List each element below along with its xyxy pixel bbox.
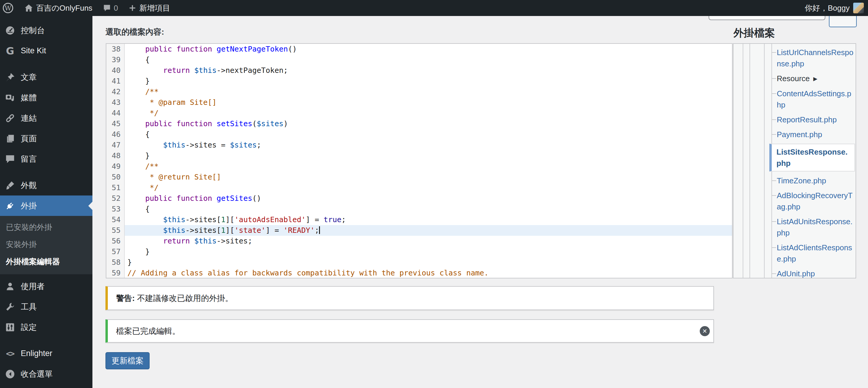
code-editor[interactable]: 3839404142434445464748495051525354555657… xyxy=(106,43,733,279)
file-item-listsitesresponse-php[interactable]: ListSitesResponse.php xyxy=(769,144,855,171)
file-item-resource[interactable]: Resource▶ xyxy=(734,73,856,85)
brush-icon xyxy=(4,180,16,191)
sidebar-item-label: 設定 xyxy=(21,322,37,333)
dashboard-icon xyxy=(4,25,16,36)
user-icon xyxy=(4,281,16,292)
sidebar-item-label: 留言 xyxy=(21,154,37,164)
code-line-44: */ xyxy=(125,108,732,119)
plugin-files-tree: ListUrlChannelsResponse.phpResource▶Cont… xyxy=(733,43,856,279)
file-item-label: Resource xyxy=(777,74,810,83)
dismiss-notice-icon[interactable]: ✕ xyxy=(700,326,710,336)
link-icon xyxy=(4,112,16,124)
sidebar-item-media[interactable]: 媒體 xyxy=(0,87,92,108)
pin-icon xyxy=(4,71,16,83)
sitekit-icon: G xyxy=(4,45,16,57)
file-item-timezone-php[interactable]: TimeZone.php xyxy=(734,175,856,186)
admin-bar: W 百吉のOnlyFuns 0 新增項目 xyxy=(0,0,868,16)
sidebar-item-comments[interactable]: 留言 xyxy=(0,149,92,169)
file-item-contentadssettings-php[interactable]: ContentAdsSettings.php xyxy=(734,88,856,110)
code-line-56: return $this->sites; xyxy=(125,236,732,247)
sidebar-item-posts[interactable]: 文章 xyxy=(0,67,92,87)
sidebar-item-pages[interactable]: 頁面 xyxy=(0,128,92,149)
file-content-label: 選取的檔案內容: xyxy=(105,27,164,37)
text-cursor xyxy=(319,226,320,234)
sidebar-item-label: Enlighter xyxy=(21,349,53,358)
sidebar-item-site-kit[interactable]: GSite Kit xyxy=(0,40,92,61)
file-item-adunit-php[interactable]: AdUnit.php xyxy=(734,268,856,279)
line-number: 41 xyxy=(106,76,124,87)
sidebar-item-users[interactable]: 使用者 xyxy=(0,276,92,296)
sidebar-item-plugins[interactable]: 外掛 xyxy=(0,195,92,216)
code-line-39: { xyxy=(125,55,732,65)
code-line-43: * @param Site[] xyxy=(125,97,732,108)
file-item-listurlchannelsresponse-php[interactable]: ListUrlChannelsResponse.php xyxy=(734,47,856,69)
file-item-label: ListUrlChannelsResponse.php xyxy=(777,48,854,68)
line-number: 45 xyxy=(106,119,124,129)
sidebar-item-tools[interactable]: 工具 xyxy=(0,296,92,317)
user-greeting[interactable]: 你好，Boggy xyxy=(805,3,849,13)
code-line-52: public function getSites() xyxy=(125,193,732,204)
warning-text: 不建議修改已啟用的外掛。 xyxy=(135,294,233,303)
file-item-adblockingrecoverytag-php[interactable]: AdBlockingRecoveryTag.php xyxy=(734,190,856,213)
submenu-item[interactable]: 外掛檔案編輯器 xyxy=(0,253,92,270)
file-item-payment-php[interactable]: Payment.php xyxy=(734,129,856,140)
site-name: 百吉のOnlyFuns xyxy=(36,3,92,13)
update-file-button[interactable]: 更新檔案 xyxy=(105,352,150,369)
line-number: 51 xyxy=(106,183,124,193)
new-item-menu[interactable]: 新增項目 xyxy=(123,0,175,16)
line-number: 38 xyxy=(106,44,124,55)
file-item-label: TimeZone.php xyxy=(777,176,826,185)
sidebar-item-label: 工具 xyxy=(21,301,37,312)
sidebar-item-settings[interactable]: 設定 xyxy=(0,317,92,337)
line-number: 53 xyxy=(106,204,124,215)
file-item-listadclientsresponse-php[interactable]: ListAdClientsResponse.php xyxy=(734,242,856,264)
line-number: 46 xyxy=(106,129,124,140)
wordpress-admin-page: W 百吉のOnlyFuns 0 新增項目 xyxy=(0,0,868,388)
submenu-item[interactable]: 安裝外掛 xyxy=(0,236,92,253)
code-line-38: public function getNextPageToken() xyxy=(125,44,732,55)
admin-menu: 控制台GSite Kit文章媒體連結頁面留言外觀外掛已安裝的外掛安裝外掛外掛檔案… xyxy=(0,16,92,384)
code-line-55: $this->sites[1]['state'] = 'READY'; xyxy=(125,225,732,236)
wrench-icon xyxy=(4,301,16,313)
comments-menu[interactable]: 0 xyxy=(98,0,123,16)
editor-code-area[interactable]: public function getNextPageToken() { ret… xyxy=(125,44,732,278)
code-line-54: $this->sites[1]['autoAdsEnabled'] = true… xyxy=(125,215,732,225)
file-item-label: ContentAdsSettings.php xyxy=(777,89,851,109)
file-item-label: AdBlockingRecoveryTag.php xyxy=(777,191,852,211)
admin-sidebar: 控制台GSite Kit文章媒體連結頁面留言外觀外掛已安裝的外掛安裝外掛外掛檔案… xyxy=(0,16,92,388)
line-number: 52 xyxy=(106,193,124,204)
code-line-50: * @return Site[] xyxy=(125,172,732,183)
menu-separator xyxy=(0,61,92,67)
expand-arrow-icon: ▶ xyxy=(813,73,817,85)
sidebar-item-links[interactable]: 連結 xyxy=(0,108,92,128)
code-line-57: } xyxy=(125,247,732,257)
site-name-menu[interactable]: 百吉のOnlyFuns xyxy=(19,0,98,16)
notice-text: 檔案已完成編輯。 xyxy=(108,326,180,336)
code-line-59: // Adding a class alias for backwards co… xyxy=(125,268,732,279)
file-item-listadunitsresponse-php[interactable]: ListAdUnitsResponse.php xyxy=(734,216,856,238)
line-number: 54 xyxy=(106,215,124,225)
comments-count: 0 xyxy=(114,4,118,13)
sidebar-item-appearance[interactable]: 外觀 xyxy=(0,175,92,195)
line-number: 58 xyxy=(106,257,124,268)
code-line-47: $this->sites = $sites; xyxy=(125,140,732,151)
user-avatar[interactable] xyxy=(853,3,864,13)
line-number: 57 xyxy=(106,247,124,257)
file-item-label: AdUnit.php xyxy=(777,269,815,278)
file-item-reportresult-php[interactable]: ReportResult.php xyxy=(734,114,856,125)
sidebar-item-dashboard[interactable]: 控制台 xyxy=(0,20,92,40)
code-line-48: } xyxy=(125,151,732,161)
sidebar-item-collapse[interactable]: 收合選單 xyxy=(0,364,92,384)
sidebar-item-enlighter[interactable]: <>Enlighter xyxy=(0,343,92,364)
sidebar-item-label: 頁面 xyxy=(21,133,37,144)
code-line-53: { xyxy=(125,204,732,215)
wp-logo-menu[interactable]: W xyxy=(0,0,19,16)
code-line-41: } xyxy=(125,76,732,87)
line-number: 42 xyxy=(106,87,124,97)
submenu-item[interactable]: 已安裝的外掛 xyxy=(0,219,92,236)
code-line-51: */ xyxy=(125,183,732,193)
line-number: 48 xyxy=(106,151,124,161)
code-line-42: /** xyxy=(125,87,732,97)
sidebar-item-label: 連結 xyxy=(21,113,37,124)
media-icon xyxy=(4,92,16,104)
